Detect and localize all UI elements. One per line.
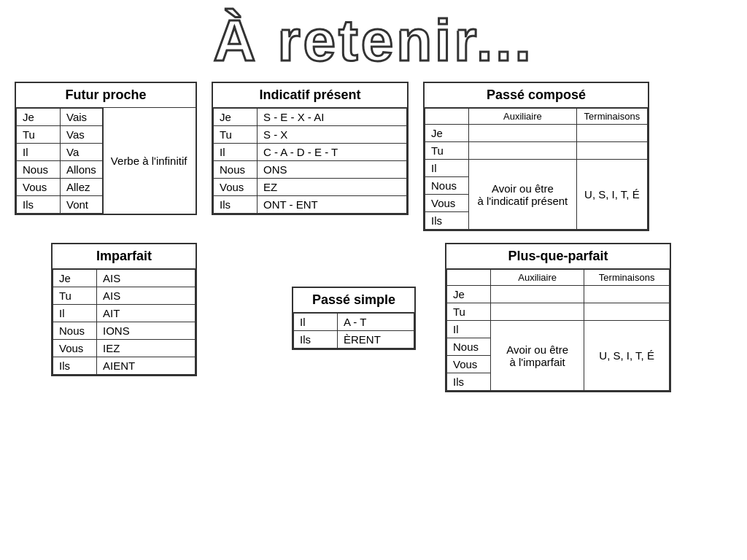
pronoun-cell: Ils <box>17 196 61 214</box>
table-row: JeS - E - X - AI <box>214 109 407 126</box>
avoir-cell: Avoir ou êtreà l'indicatif présent <box>469 160 577 230</box>
auxiliaire-header: Auxiliaire <box>491 270 584 286</box>
auxiliaire-header: Auxiliaire <box>469 109 577 125</box>
pronoun-cell: Je <box>447 286 491 303</box>
passe-simple-table: IlA - TIlsÈRENT <box>293 313 414 349</box>
table-row: JeVais <box>17 109 103 126</box>
terminaisons-header: Terminaisons <box>584 270 670 286</box>
table-row: IlVa <box>17 144 103 161</box>
form-cell: Vais <box>61 109 103 126</box>
pronoun-cell: Il <box>294 314 338 331</box>
table-row: IlA - T <box>294 314 414 331</box>
futur-proche-table-wrap: JeVaisTuVasIlVaNousAllonsVousAllezIlsVon… <box>16 108 103 214</box>
form-cell: A - T <box>338 314 414 331</box>
form-cell: S - E - X - AI <box>258 109 407 126</box>
pronoun-cell: Ils <box>214 196 258 214</box>
avoir-cell: Avoir ou êtreà l'imparfait <box>491 321 584 391</box>
form-cell: Allez <box>61 179 103 196</box>
table-row: IlsAIENT <box>53 357 196 375</box>
passe-compose-content: AuxiliaireTerminaisonsJeTuIlAvoir ou êtr… <box>425 108 648 230</box>
form-cell: AIS <box>97 270 196 287</box>
futur-side-label: Verbe à l'infinitif <box>103 108 195 214</box>
pronoun-cell: Je <box>214 109 258 126</box>
pronoun-cell: Tu <box>214 126 258 144</box>
table-row: Tu <box>425 142 648 160</box>
table-row: IlC - A - D - E - T <box>214 144 407 161</box>
table-row: IlAvoir ou êtreà l'indicatif présentU, S… <box>425 160 648 177</box>
table-row: VousIEZ <box>53 340 196 357</box>
imparfait-table: JeAISTuAISIlAITNousIONSVousIEZIlsAIENT <box>53 269 196 375</box>
form-cell: ONS <box>258 161 407 179</box>
pronoun-cell: Tu <box>53 287 97 305</box>
table-row: Tu <box>447 303 670 321</box>
futur-proche-title: Futur proche <box>16 83 196 108</box>
terminaisons-cell: U, S, I, T, É <box>584 321 670 391</box>
form-cell: IEZ <box>97 340 196 357</box>
page-title: À retenir... <box>0 0 747 74</box>
pronoun-cell: Ils <box>294 331 338 349</box>
form-cell: AIS <box>97 287 196 305</box>
passe-simple-title: Passé simple <box>293 288 414 313</box>
pronoun-cell: Ils <box>425 212 469 230</box>
table-row: TuAIS <box>53 287 196 305</box>
futur-proche-content: JeVaisTuVasIlVaNousAllonsVousAllezIlsVon… <box>16 108 196 214</box>
imparfait-box: Imparfait JeAISTuAISIlAITNousIONSVousIEZ… <box>51 243 197 376</box>
terminaisons-header: Terminaisons <box>576 109 647 125</box>
table-row: Je <box>425 125 648 142</box>
form-cell: EZ <box>258 179 407 196</box>
pronoun-cell: Il <box>17 144 61 161</box>
pronoun-cell: Nous <box>214 161 258 179</box>
table-row: JeAIS <box>53 270 196 287</box>
table-row: TuS - X <box>214 126 407 144</box>
pronoun-cell: Vous <box>447 356 491 373</box>
table-row: IlsÈRENT <box>294 331 414 349</box>
table-row: IlAvoir ou êtreà l'imparfaitU, S, I, T, … <box>447 321 670 338</box>
table-row: TuVas <box>17 126 103 144</box>
row-1: Futur proche JeVaisTuVasIlVaNousAllonsVo… <box>15 82 732 231</box>
form-cell: IONS <box>97 322 196 340</box>
form-cell: ONT - ENT <box>258 196 407 214</box>
main-content: Futur proche JeVaisTuVasIlVaNousAllonsVo… <box>0 82 747 392</box>
indicatif-present-table: JeS - E - X - AITuS - XIlC - A - D - E -… <box>213 108 407 214</box>
pronoun-cell: Il <box>447 321 491 338</box>
row-2: Imparfait JeAISTuAISIlAITNousIONSVousIEZ… <box>15 243 732 392</box>
pronoun-cell: Vous <box>53 340 97 357</box>
pronoun-cell: Tu <box>447 303 491 321</box>
passe-compose-title: Passé composé <box>425 83 648 108</box>
table-row: VousEZ <box>214 179 407 196</box>
form-cell: Allons <box>61 161 103 179</box>
table-row: VousAllez <box>17 179 103 196</box>
terminaisons-cell: U, S, I, T, É <box>576 160 647 230</box>
pronoun-cell: Nous <box>447 338 491 356</box>
plus-que-parfait-content: AuxiliaireTerminaisonsJeTuIlAvoir ou êtr… <box>446 269 670 391</box>
table-row: AuxiliaireTerminaisons <box>447 270 670 286</box>
pronoun-cell: Vous <box>17 179 61 196</box>
form-cell: C - A - D - E - T <box>258 144 407 161</box>
pronoun-cell: Tu <box>17 126 61 144</box>
table-row: NousIONS <box>53 322 196 340</box>
pronoun-cell: Nous <box>425 177 469 195</box>
pronoun-cell: Je <box>425 125 469 142</box>
pronoun-cell: Il <box>425 160 469 177</box>
table-row: Je <box>447 286 670 303</box>
table-row: AuxiliaireTerminaisons <box>425 109 648 125</box>
form-cell: Vas <box>61 126 103 144</box>
form-cell: AIENT <box>97 357 196 375</box>
indicatif-present-title: Indicatif présent <box>213 83 407 108</box>
form-cell: Va <box>61 144 103 161</box>
pronoun-cell: Nous <box>17 161 61 179</box>
pronoun-cell: Tu <box>425 142 469 160</box>
indicatif-present-box: Indicatif présent JeS - E - X - AITuS - … <box>212 82 409 215</box>
table-row: IlsVont <box>17 196 103 214</box>
pronoun-cell: Nous <box>53 322 97 340</box>
passe-compose-table: AuxiliaireTerminaisonsJeTuIlAvoir ou êtr… <box>425 108 648 230</box>
form-cell: ÈRENT <box>338 331 414 349</box>
form-cell: S - X <box>258 126 407 144</box>
pronoun-cell: Vous <box>214 179 258 196</box>
pronoun-cell: Il <box>214 144 258 161</box>
table-row: IlAIT <box>53 305 196 322</box>
passe-compose-box: Passé composé AuxiliaireTerminaisonsJeTu… <box>423 82 649 231</box>
pronoun-cell: Ils <box>447 373 491 391</box>
form-cell: Vont <box>61 196 103 214</box>
passe-simple-box: Passé simple IlA - TIlsÈRENT <box>292 287 416 350</box>
